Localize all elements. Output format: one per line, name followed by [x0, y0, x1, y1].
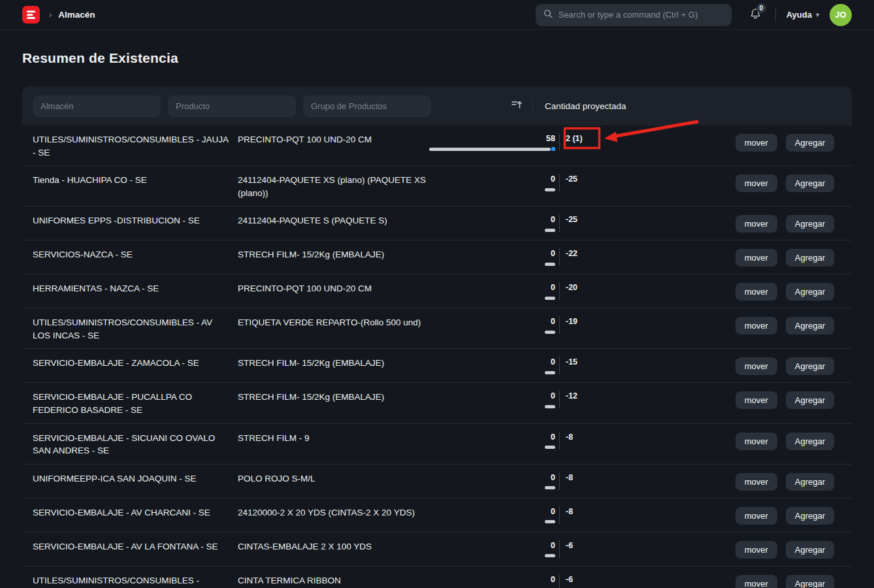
quantity-cell: 0 -20	[434, 282, 577, 300]
search-input[interactable]	[558, 10, 724, 20]
navbar-divider	[775, 8, 776, 22]
qty-divider	[559, 506, 560, 524]
help-menu-button[interactable]: Ayuda ▾	[786, 10, 819, 20]
table-row: SERVICIO-EMBALAJE - AV LA FONTANA - SE C…	[22, 532, 852, 566]
move-button[interactable]: mover	[736, 357, 777, 375]
product-name: STRECH FILM- 15/2Kg (EMBALAJE)	[238, 391, 434, 404]
stock-level-bar	[545, 228, 555, 232]
add-button[interactable]: Agregar	[786, 507, 834, 525]
qty-divider	[559, 472, 560, 490]
add-button[interactable]: Agregar	[786, 134, 834, 152]
stock-level-bar	[545, 262, 555, 266]
table-row: SERVICIO-EMBALAJE - AV CHARCANI - SE 241…	[22, 498, 852, 532]
add-button[interactable]: Agregar	[786, 317, 834, 335]
stock-bar-fill	[429, 148, 551, 151]
move-button[interactable]: mover	[736, 507, 777, 525]
quantity-cell: 0 -25	[434, 174, 577, 191]
add-button[interactable]: Agregar	[786, 541, 834, 559]
breadcrumb-chevron-icon: ›	[49, 10, 52, 20]
app-logo[interactable]	[22, 6, 40, 24]
quantity-cell: 0 -22	[434, 248, 577, 266]
add-button[interactable]: Agregar	[786, 473, 834, 491]
stock-level-bar	[545, 330, 555, 334]
projected-qty: -8	[566, 432, 573, 443]
product-group-filter-input[interactable]	[303, 95, 431, 117]
table-row: HERRAMIENTAS - NAZCA - SE PRECINTO-PQT 1…	[22, 274, 852, 308]
breadcrumb[interactable]: Almacén	[58, 10, 95, 20]
product-name: 24112404-PAQUETE S (PAQUETE S)	[238, 214, 434, 227]
stock-level-bar	[545, 296, 555, 300]
stock-level-bar	[545, 486, 555, 490]
product-name: PRECINTO-PQT 100 UND-20 CM	[238, 282, 434, 295]
projected-qty: -22	[566, 248, 577, 259]
move-button[interactable]: mover	[736, 174, 777, 192]
filter-bar: Cantidad proyectada	[22, 86, 852, 125]
stock-level-bar	[545, 520, 555, 524]
projected-qty: -19	[566, 316, 577, 327]
move-button[interactable]: mover	[736, 249, 777, 267]
erpnext-logo-icon	[26, 10, 36, 20]
quantity-cell: 0 -8	[434, 432, 573, 449]
warehouse-name: HERRAMIENTAS - NAZCA - SE	[33, 282, 229, 295]
sort-direction-button[interactable]	[505, 95, 528, 117]
warehouse-name: UNIFORMES EPPS -DISTRIBUCION - SE	[33, 214, 229, 227]
quantity-cell: 0 -8	[434, 472, 573, 490]
warehouse-name: UNIFORMEEPP-ICA SAN JOAQUIN - SE	[33, 472, 229, 485]
add-button[interactable]: Agregar	[786, 174, 834, 192]
sort-field-button[interactable]: Cantidad proyectada	[537, 97, 634, 116]
product-filter-input[interactable]	[168, 95, 296, 117]
stock-level-bar	[429, 147, 555, 151]
add-button[interactable]: Agregar	[786, 575, 834, 588]
move-button[interactable]: mover	[736, 391, 777, 409]
move-button[interactable]: mover	[736, 317, 777, 335]
actual-qty: 0	[551, 214, 555, 225]
product-name: STRECH FILM- 15/2Kg (EMBALAJE)	[238, 248, 434, 261]
move-button[interactable]: mover	[736, 473, 777, 491]
stock-bar-fill	[545, 229, 555, 232]
projected-qty: -6	[566, 574, 573, 585]
stock-bar-fill	[545, 405, 555, 408]
product-name: ETIQUETA VERDE REPARTO-(Rollo 500 und)	[238, 316, 434, 329]
move-button[interactable]: mover	[736, 433, 777, 450]
add-button[interactable]: Agregar	[786, 249, 834, 267]
warehouse-name: SERVICIO-EMBALAJE - AV LA FONTANA - SE	[33, 540, 229, 553]
actual-qty: 0	[551, 432, 555, 443]
notifications-button[interactable]: 0	[750, 8, 761, 22]
table-row: UTILES/SUMINISTROS/CONSUMIBLES - AV LOS …	[22, 308, 852, 349]
add-button[interactable]: Agregar	[786, 433, 834, 450]
projected-qty: -12	[566, 391, 577, 402]
add-button[interactable]: Agregar	[786, 391, 834, 409]
projected-qty: 2 (1)	[566, 133, 583, 144]
product-name: 24120000-2 X 20 YDS (CINTAS-2 X 20 YDS)	[238, 506, 434, 519]
projected-qty: -8	[566, 506, 573, 517]
table-row: UTILES/SUMINISTROS/CONSUMIBLES - SANTA R…	[22, 566, 852, 588]
add-button[interactable]: Agregar	[786, 357, 834, 375]
move-button[interactable]: mover	[736, 575, 777, 588]
stock-summary-page: Resumen de Existencia Cantidad proyectad…	[0, 50, 874, 588]
quantity-cell: 0 -6	[434, 574, 573, 588]
move-button[interactable]: mover	[736, 134, 777, 152]
move-button[interactable]: mover	[736, 283, 777, 301]
stock-bar-fill	[545, 554, 555, 557]
notification-count-badge: 0	[756, 3, 766, 13]
add-button[interactable]: Agregar	[786, 283, 834, 301]
projected-qty: -6	[566, 540, 573, 551]
warehouse-name: UTILES/SUMINISTROS/CONSUMIBLES - AV LOS …	[33, 316, 229, 342]
table-row: SERVICIO-EMBALAJE - SICUANI CO OVALO SAN…	[22, 424, 852, 465]
product-name: STRECH FILM - 9	[238, 432, 434, 445]
move-button[interactable]: mover	[736, 215, 777, 233]
sort-control: Cantidad proyectada	[505, 95, 634, 117]
global-search[interactable]	[536, 4, 732, 26]
projected-qty: -25	[566, 214, 577, 225]
warehouse-name: UTILES/SUMINISTROS/CONSUMIBLES - SANTA R…	[33, 574, 229, 588]
add-button[interactable]: Agregar	[786, 215, 834, 233]
warehouse-filter-input[interactable]	[33, 95, 161, 117]
product-name: 24112404-PAQUETE XS (plano) (PAQUETE XS …	[238, 174, 434, 199]
move-button[interactable]: mover	[736, 541, 777, 559]
user-avatar[interactable]: JO	[830, 4, 852, 26]
table-row: SERVICIO-EMBALAJE - PUCALLPA CO FEDERICO…	[22, 383, 852, 423]
warehouse-name: SERVICIOS-NAZCA - SE	[33, 248, 229, 261]
actual-qty: 0	[551, 357, 555, 368]
stock-bar-fill	[545, 297, 555, 300]
actual-qty: 58	[546, 133, 555, 144]
